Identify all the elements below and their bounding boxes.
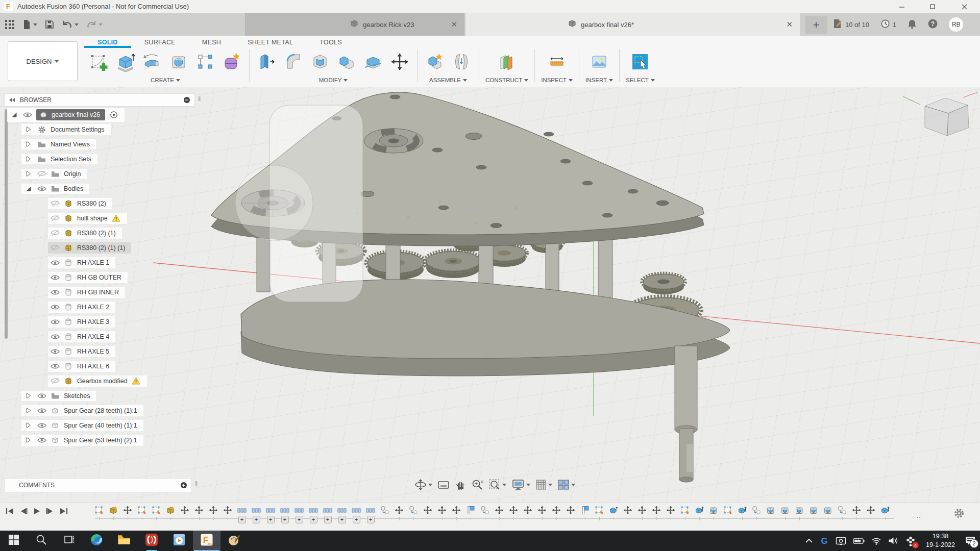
save-icon[interactable] [44,19,55,30]
timeline-feature-copy[interactable] [406,506,421,523]
timeline-feature-extrude[interactable] [692,506,706,523]
visibility-off-icon[interactable] [37,170,46,177]
job-status[interactable]: 10 of 10 [832,18,869,31]
expand-group-icon[interactable]: + [238,516,246,523]
expand-arrow-icon[interactable] [24,437,33,443]
tree-row-gearbox-final-v26[interactable]: gearbox final v26 [7,107,147,122]
look-at-icon[interactable] [437,480,450,490]
ribbon-tab-solid[interactable]: SOLID [84,38,131,48]
construct-group-label[interactable]: CONSTRUCT [485,77,528,83]
comments-resize-handle[interactable]: ‖ [195,480,198,487]
tree-row-sketches[interactable]: Sketches [21,388,147,403]
create-form-button[interactable] [220,51,243,73]
warning-icon[interactable] [132,377,141,385]
timeline-feature-move[interactable] [549,506,564,523]
timeline-feature-hole[interactable] [778,506,792,523]
timeline-feature-flag[interactable] [578,506,592,523]
redo-icon[interactable] [86,19,103,30]
zoom-icon[interactable] [471,479,483,491]
timeline-feature-move[interactable] [192,506,206,523]
expand-arrow-icon[interactable] [24,170,33,177]
hole-button[interactable] [167,51,190,73]
google-icon[interactable]: G [820,536,829,545]
timeline-feature-sketch[interactable] [678,506,692,523]
gearbox-model[interactable] [0,87,980,503]
workspace-selector[interactable]: DESIGN [8,41,78,81]
search-taskbar-button[interactable] [28,531,55,551]
timeline-feature-sketch[interactable] [592,506,606,523]
timeline-feature-pattern[interactable]: + [263,506,278,523]
task-view-taskbar-button[interactable] [55,531,83,551]
timeline-feature-hole[interactable] [706,506,721,523]
visibility-on-icon[interactable] [51,363,60,369]
media-player-taskbar-button[interactable] [165,531,193,551]
timeline-feature-move[interactable] [220,506,235,523]
timeline-feature-move[interactable] [120,506,135,523]
tree-row-gearbox-modified[interactable]: Gearbox modified [48,373,147,388]
fusion-360-taskbar-button[interactable]: F360 [193,531,220,551]
timeline-feature-pattern[interactable]: + [363,506,378,523]
visibility-on-icon[interactable] [51,289,60,295]
timeline-feature-flag[interactable] [463,506,478,523]
tree-row-rs380-2-[interactable]: RS380 (2) [48,196,147,211]
file-explorer-taskbar-button[interactable] [110,531,138,551]
select-button[interactable] [629,51,651,73]
ribbon-tab-sheet-metal[interactable]: SHEET METAL [234,38,306,48]
tree-row-rh-axle-3[interactable]: RH AXLE 3 [48,314,147,329]
skip-start-button[interactable] [5,507,14,517]
expand-arrow-icon[interactable] [24,126,33,133]
timeline-feature-move[interactable] [564,506,578,523]
layout-grid-icon[interactable] [535,479,552,490]
timeline-feature-sketch[interactable] [92,506,106,523]
warning-icon[interactable] [112,214,121,222]
timeline-feature-pattern[interactable]: + [292,506,306,523]
new-tab-button[interactable]: + [805,16,827,34]
select-group-label[interactable]: SELECT [626,77,655,83]
view-cube[interactable] [896,89,980,151]
timeline-feature-extrude[interactable] [606,506,621,523]
notification-center-icon[interactable]: 2 [965,536,976,546]
timeline-feature-sketch[interactable] [149,506,163,523]
visibility-on-icon[interactable] [51,260,60,266]
assemble-group-label[interactable]: ASSEMBLE [429,77,467,83]
visibility-on-icon[interactable] [51,304,60,310]
timeline-feature-move[interactable] [206,506,220,523]
tree-row-named-views[interactable]: Named Views [21,137,147,152]
timeline-feature-pattern[interactable]: + [278,506,292,523]
visibility-on-icon[interactable] [37,393,46,399]
tree-row-rh-axle-5[interactable]: RH AXLE 5 [48,344,147,359]
rectangular-pattern-button[interactable] [194,51,216,73]
expand-group-icon[interactable]: + [367,516,375,523]
timeline-feature-move[interactable] [392,506,406,523]
file-new-icon[interactable] [21,19,37,30]
expand-group-icon[interactable]: + [267,516,275,523]
inspect-group-label[interactable]: INSPECT [541,77,573,83]
visibility-off-icon[interactable] [51,200,60,207]
document-tab-active[interactable]: gearbox final v26* ✕ [465,13,800,36]
expand-arrow-icon[interactable] [24,156,33,162]
tree-row-rh-axle-4[interactable]: RH AXLE 4 [48,329,147,344]
timeline-settings-gear-icon[interactable] [953,508,965,521]
add-comment-icon[interactable] [180,482,187,489]
timeline-feature-move[interactable] [178,506,192,523]
tree-row-spur-gear-53-teeth-2-1[interactable]: Spur Gear (53 teeth) (2):1 [21,433,147,447]
browser-panel-header[interactable]: BROWSER [4,93,195,107]
close-tab-icon[interactable]: ✕ [786,20,793,29]
timeline-feature-move[interactable] [449,506,463,523]
maximize-button[interactable] [921,0,944,13]
combine-button[interactable] [335,51,358,73]
tree-row-hulll-shape[interactable]: hulll shape [48,211,147,226]
expand-group-icon[interactable]: + [281,516,289,523]
expand-group-icon[interactable]: + [310,516,317,523]
fit-icon[interactable] [488,479,506,491]
tree-row-rh-gb-outer[interactable]: RH GB OUTER [48,270,147,285]
revolve-button[interactable] [141,51,163,73]
volume-icon[interactable] [888,537,898,545]
timeline-feature-hole[interactable] [792,506,806,523]
timeline-feature-move[interactable] [492,506,506,523]
expand-group-icon[interactable]: + [353,516,360,523]
tree-row-origin[interactable]: Origin [21,166,147,181]
tree-row-rs380-2-1-[interactable]: RS380 (2) (1) [48,226,147,240]
create-sketch-button[interactable] [88,51,110,73]
double-commander-taskbar-button[interactable] [138,531,165,551]
